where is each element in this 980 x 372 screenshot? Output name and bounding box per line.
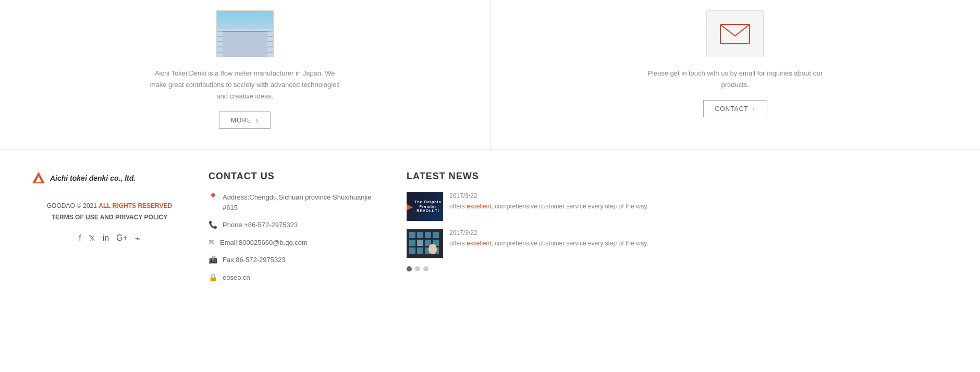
news-thumb-1: The Dolphin PremierREVOLUTI (407, 192, 443, 221)
twitter-icon[interactable]: 𝕏 (89, 233, 95, 243)
contact-button[interactable]: CONTACT › (703, 100, 767, 117)
news-date-1: 2017/3/22 (449, 192, 949, 200)
svg-rect-12 (409, 247, 415, 254)
about-section: Aichi Tokei Denki is a flow meter manufa… (0, 0, 491, 150)
website-text: eoseo.cn (223, 272, 250, 283)
svg-rect-7 (433, 232, 439, 238)
about-description: Aichi Tokei Denki is a flow meter manufa… (146, 68, 344, 102)
contact-description: Please get in touch with us by email for… (636, 68, 834, 91)
svg-rect-4 (409, 232, 415, 238)
fax-icon: 📠 (209, 255, 217, 264)
news-content-1: 2017/3/22 offers excellent, comprehensiv… (449, 192, 949, 211)
more-button-label: MORE (231, 117, 252, 124)
building-image (216, 10, 274, 57)
contact-us-title: CONTACT US (209, 171, 386, 182)
email-icon-box (706, 10, 764, 57)
location-icon: 📍 (209, 193, 217, 201)
phone-icon: 📞 (209, 220, 217, 229)
footer-col-news: LATEST NEWS The Dolphin PremierREVOLUTI … (407, 171, 949, 290)
news-desc-2: offers excellent, comprehensive customer… (449, 239, 949, 248)
news-pagination (407, 266, 949, 271)
news-thumb-2 (407, 229, 443, 258)
social-icons: f 𝕏 in G+ ⌁ (31, 233, 188, 243)
more-button[interactable]: MORE › (219, 111, 271, 129)
fax-text: Fax:86-572-2975323 (223, 255, 286, 265)
news-desc-1: offers excellent, comprehensive customer… (449, 202, 949, 211)
contact-website: 🔒 eoseo.cn (209, 272, 386, 283)
contact-button-label: CONTACT (715, 105, 749, 113)
svg-point-16 (428, 244, 437, 254)
contact-button-arrow: › (753, 105, 755, 113)
contact-address: 📍 Address:Chengdu,Sichuan province Shuxi… (209, 192, 386, 213)
facebook-icon[interactable]: f (79, 233, 81, 243)
svg-rect-5 (417, 232, 423, 238)
news-grid-icon (407, 229, 443, 258)
svg-rect-8 (409, 240, 415, 246)
address-text: Address:Chengdu,Sichuan province Shuxihu… (223, 192, 386, 213)
footer-col-branding: Aichi tokei denki co., ltd. GOODAO © 202… (31, 171, 209, 290)
news-date-2: 2017/3/22 (449, 229, 949, 237)
contact-fax: 📠 Fax:86-572-2975323 (209, 255, 386, 265)
email-icon (719, 22, 751, 46)
copyright-year: GOODAO © 2021 (47, 202, 97, 209)
email-text: Email:800025660@b.qq.com (220, 238, 308, 248)
svg-rect-9 (417, 240, 423, 246)
news-content-2: 2017/3/22 offers excellent, comprehensiv… (449, 229, 949, 248)
svg-rect-13 (417, 247, 423, 254)
contact-phone: 📞 Phone:+86-572-2975323 (209, 220, 386, 230)
pagination-dot-1[interactable] (407, 266, 412, 271)
more-button-arrow: › (256, 116, 259, 124)
contact-section: Please get in touch with us by email for… (491, 0, 981, 150)
rss-icon[interactable]: ⌁ (135, 233, 140, 243)
googleplus-icon[interactable]: G+ (116, 233, 128, 243)
logo-area: Aichi tokei denki co., ltd. (31, 171, 188, 185)
footer-col-contact: CONTACT US 📍 Address:Chengdu,Sichuan pro… (209, 171, 407, 290)
phone-text: Phone:+86-572-2975323 (223, 220, 298, 230)
footer: Aichi tokei denki co., ltd. GOODAO © 202… (0, 150, 980, 311)
logo-divider (31, 193, 136, 193)
contact-email: ✉ Email:800025660@b.qq.com (209, 238, 386, 248)
svg-rect-6 (425, 232, 431, 238)
web-icon: 🔒 (209, 273, 217, 281)
latest-news-title: LATEST NEWS (407, 171, 949, 182)
logo-icon (31, 171, 46, 185)
pagination-dot-2[interactable] (415, 266, 420, 271)
copyright-rights-link[interactable]: ALL RIGHTS RESERVED (99, 202, 172, 209)
terms-link[interactable]: TERMS OF USE AND PRIVACY POLICY (52, 214, 167, 221)
pagination-dot-3[interactable] (423, 266, 428, 271)
linkedin-icon[interactable]: in (103, 233, 109, 243)
email-contact-icon: ✉ (209, 238, 215, 246)
copyright-text: GOODAO © 2021 ALL RIGHTS RESERVED TERMS … (31, 201, 188, 223)
news-item-1: The Dolphin PremierREVOLUTI 2017/3/22 of… (407, 192, 949, 221)
logo-text: Aichi tokei denki co., ltd. (50, 174, 136, 182)
news-item-2: 2017/3/22 offers excellent, comprehensiv… (407, 229, 949, 258)
